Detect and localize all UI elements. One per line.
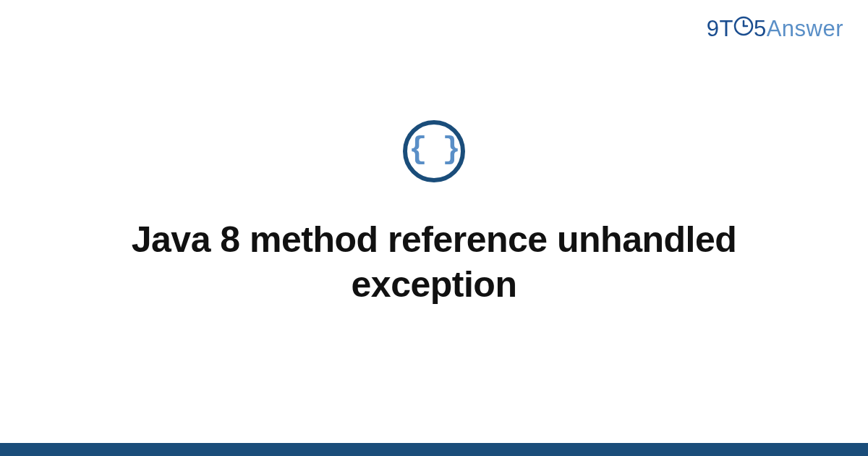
bottom-accent-bar bbox=[0, 443, 868, 456]
main-content: { } Java 8 method reference unhandled ex… bbox=[0, 0, 868, 456]
category-icon-wrapper: { } bbox=[403, 120, 465, 182]
braces-glyph: { } bbox=[409, 135, 459, 165]
page-title: Java 8 method reference unhandled except… bbox=[109, 217, 760, 308]
code-braces-icon: { } bbox=[403, 120, 465, 182]
